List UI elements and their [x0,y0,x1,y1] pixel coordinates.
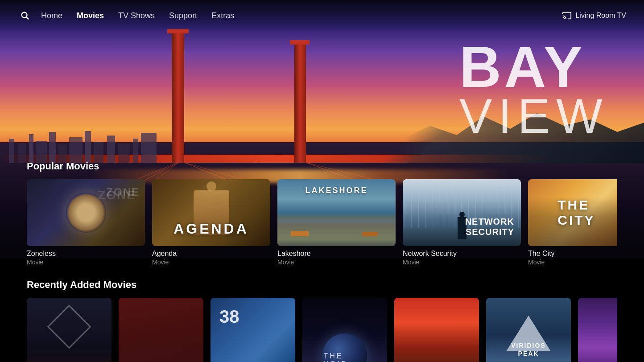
movie-thumb-origins: ORIGINS [578,298,617,362]
movie-title-agenda: Agenda [152,250,270,258]
movie-title-zoneless: Zoneless [27,250,145,258]
movie-title-network-security: Network Security [403,250,521,258]
movie-thumb-kingdoms: KINGDOMS [27,298,111,362]
nav-home[interactable]: Home [41,11,62,21]
movie-card-the-void[interactable]: THE VOID [302,298,387,362]
network-overlay-text: NETWORK SECURITY [465,217,514,237]
movie-card-origins[interactable]: ORIGINS [578,298,617,362]
movie-type-lakeshore: Movie [277,259,396,266]
nav-support[interactable]: Support [169,11,197,21]
zoneless-astronaut [66,193,106,233]
movie-card-network-security[interactable]: NETWORK SECURITY Network Security Movie [403,179,521,266]
movie-thumb-network-security: NETWORK SECURITY [403,179,521,246]
nav-links: Home Movies TV Shows Support Extras [41,11,562,21]
popular-movies-section: Popular Movies ZONE Zoneless Movie [0,160,644,266]
movie-card-kingdoms[interactable]: KINGDOMS [27,298,111,362]
movie-thumb-viridios-peak: VIRIDIOSPEAK [486,298,571,362]
movie-card-lakeshore[interactable]: Lakeshore Movie [277,179,396,266]
movie-card-the-city[interactable]: THE CITY The City Movie [528,179,617,266]
navigation: Home Movies TV Shows Support Extras Livi… [0,0,644,31]
search-button[interactable] [18,8,32,23]
zoneless-overlay-text: ZONE [106,186,140,198]
cast-button[interactable]: Living Room TV [562,11,626,21]
popular-movies-title: Popular Movies [27,160,617,172]
nav-movies[interactable]: Movies [77,11,104,21]
recently-added-section: Recently Added Movies KINGDOMS DECEPTION [0,279,644,362]
movie-card-zoneless[interactable]: ZONE Zoneless Movie [27,179,145,266]
movie-thumb-zoneless: ZONE [27,179,145,246]
thecity-overlay: THE CITY [557,197,617,228]
nav-tv-shows[interactable]: TV Shows [118,11,155,21]
recently-added-title: Recently Added Movies [27,279,617,291]
content-area: Popular Movies ZONE Zoneless Movie [0,160,644,362]
movie-thumb-void: THE VOID [302,298,387,362]
movie-card-agenda[interactable]: AGENDA Agenda Movie [152,179,270,266]
movie-card-viridios-peak[interactable]: VIRIDIOSPEAK [486,298,571,362]
downtown-number: 38 [219,307,239,327]
agenda-title-overlay: AGENDA [173,221,249,237]
movie-type-network-security: Movie [403,259,521,266]
movie-card-downtown[interactable]: 38 DOWNTOWN [211,298,295,362]
recently-added-row: KINGDOMS DECEPTION 38 DOWNTOWN [27,298,617,362]
movie-card-grand-ridge[interactable]: GRANDRIDGE [394,298,479,362]
svg-point-0 [22,12,27,18]
movie-type-zoneless: Movie [27,259,145,266]
hero-title: BAY VIEW [459,38,608,140]
movie-card-deception[interactable]: DECEPTION [119,298,203,362]
movie-title-lakeshore: Lakeshore [277,250,396,258]
movie-type-the-city: Movie [528,259,617,266]
cast-icon [562,11,572,21]
svg-line-1 [26,17,29,19]
hero-title-line1: BAY [459,38,608,96]
hero-title-line2: VIEW [459,91,608,140]
search-icon [20,11,30,21]
movie-title-the-city: The City [528,250,617,258]
void-overlay: THE VOID [324,352,366,362]
popular-movies-row: ZONE Zoneless Movie AGENDA Agenda Movie [27,179,617,266]
cast-device-name: Living Room TV [575,12,626,20]
movie-thumb-lakeshore [277,179,396,246]
movie-thumb-agenda: AGENDA [152,179,270,246]
movie-thumb-downtown: 38 DOWNTOWN [211,298,295,362]
viridios-overlay: VIRIDIOSPEAK [511,341,545,358]
movie-type-agenda: Movie [152,259,270,266]
movie-thumb-deception: DECEPTION [119,298,203,362]
movie-thumb-the-city: THE CITY [528,179,617,246]
nav-extras[interactable]: Extras [211,11,234,21]
movie-thumb-grand-ridge: GRANDRIDGE [394,298,479,362]
